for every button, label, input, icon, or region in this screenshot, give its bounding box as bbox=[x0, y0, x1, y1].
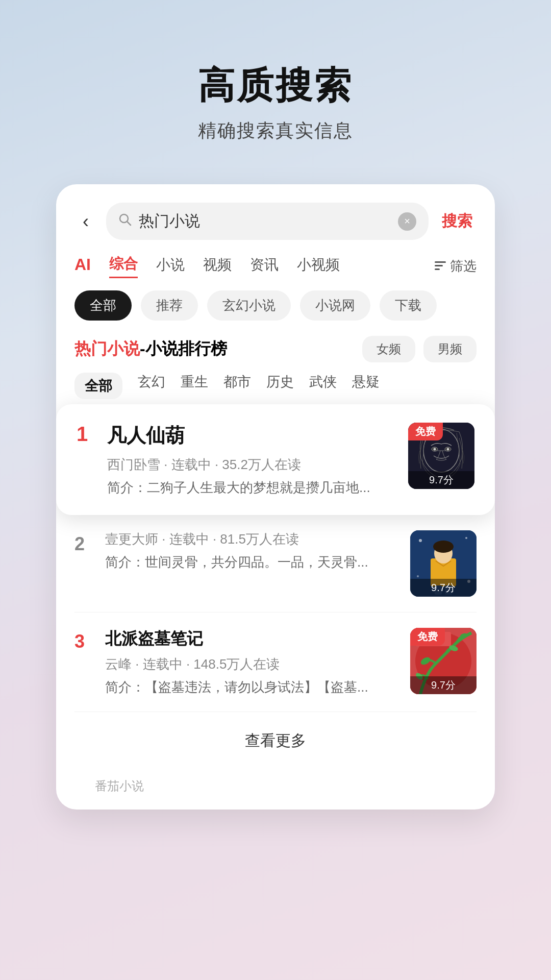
tab-novel[interactable]: 小说 bbox=[156, 255, 185, 278]
see-more-button[interactable]: 查看更多 bbox=[74, 712, 477, 770]
book-item-1[interactable]: 1 凡人仙葫 西门卧雪 · 连载中 · 35.2万人在读 简介：二狗子人生最大的… bbox=[56, 404, 495, 515]
book-info-2: 壹更大师 · 连载中 · 81.5万人在读 简介：世间灵骨，共分四品。一品，天灵… bbox=[105, 530, 398, 571]
book-meta-1: 西门卧雪 · 连载中 · 35.2万人在读 bbox=[107, 456, 396, 474]
search-query: 热门小说 bbox=[139, 211, 391, 232]
app-label: 番茄小说 bbox=[74, 770, 477, 810]
tabs-row: AI 综合 小说 视频 资讯 小视频 筛选 bbox=[74, 254, 477, 278]
male-freq-btn[interactable]: 男频 bbox=[423, 336, 477, 362]
genre-history[interactable]: 历史 bbox=[266, 373, 294, 399]
book-score-3: 9.7分 bbox=[410, 676, 477, 694]
search-box[interactable]: 热门小说 × bbox=[106, 203, 429, 240]
book-cover-1: 免费 9.7分 bbox=[408, 423, 474, 489]
tab-shortvideo[interactable]: 小视频 bbox=[297, 255, 340, 278]
gender-buttons: 女频 男频 bbox=[362, 336, 477, 362]
book-info-3: 北派盗墓笔记 云峰 · 连载中 · 148.5万人在读 简介：【盗墓违法，请勿以… bbox=[105, 628, 398, 696]
filter-label: 筛选 bbox=[450, 257, 477, 275]
page-subtitle: 精确搜索真实信息 bbox=[198, 118, 353, 143]
genre-rebirth[interactable]: 重生 bbox=[181, 373, 208, 399]
page-title: 高质搜索 bbox=[198, 61, 353, 110]
genre-city[interactable]: 都市 bbox=[223, 373, 251, 399]
search-button[interactable]: 搜索 bbox=[438, 211, 477, 232]
search-card: ‹ 热门小说 × 搜索 AI 综合 小说 视频 资讯 小视频 bbox=[56, 184, 495, 810]
book-title-1: 凡人仙葫 bbox=[107, 423, 396, 449]
book-info-1: 凡人仙葫 西门卧雪 · 连载中 · 35.2万人在读 简介：二狗子人生最大的梦想… bbox=[107, 423, 396, 497]
pill-download[interactable]: 下载 bbox=[380, 290, 437, 321]
pill-all[interactable]: 全部 bbox=[74, 290, 132, 321]
book-desc-2: 简介：世间灵骨，共分四品。一品，天灵骨... bbox=[105, 553, 398, 571]
filter-icon bbox=[435, 258, 446, 274]
book-badge-1: 免费 bbox=[408, 423, 443, 440]
filter-tab[interactable]: 筛选 bbox=[435, 257, 477, 275]
book-score-2: 9.7分 bbox=[410, 579, 477, 597]
back-button[interactable]: ‹ bbox=[74, 211, 97, 232]
svg-point-18 bbox=[419, 539, 422, 542]
book-rank-2: 2 bbox=[74, 530, 93, 555]
pills-row: 全部 推荐 玄幻小说 小说网 下载 bbox=[74, 290, 477, 321]
genre-row: 全部 玄幻 重生 都市 历史 武侠 悬疑 bbox=[74, 373, 477, 399]
section-header: 热门小说-小说排行榜 女频 男频 bbox=[74, 336, 477, 362]
tab-video[interactable]: 视频 bbox=[203, 255, 232, 278]
genre-all[interactable]: 全部 bbox=[74, 373, 122, 399]
female-freq-btn[interactable]: 女频 bbox=[362, 336, 415, 362]
book-cover-2: 9.7分 bbox=[410, 530, 477, 597]
book-meta-2: 壹更大师 · 连载中 · 81.5万人在读 bbox=[105, 530, 398, 548]
pill-novelnet[interactable]: 小说网 bbox=[300, 290, 370, 321]
section-title-highlight: 热门小说 bbox=[74, 339, 140, 358]
book-item-3[interactable]: 3 北派盗墓笔记 云峰 · 连载中 · 148.5万人在读 简介：【盗墓违法，请… bbox=[74, 612, 477, 712]
svg-point-10 bbox=[434, 448, 436, 451]
page-header: 高质搜索 精确搜索真实信息 bbox=[198, 61, 353, 143]
svg-line-1 bbox=[127, 222, 131, 225]
clear-button[interactable]: × bbox=[398, 212, 416, 231]
book-rank-1: 1 bbox=[77, 423, 95, 446]
pill-fantasy[interactable]: 玄幻小说 bbox=[207, 290, 291, 321]
svg-point-15 bbox=[433, 541, 454, 553]
books-list: 2 壹更大师 · 连载中 · 81.5万人在读 简介：世间灵骨，共分四品。一品，… bbox=[74, 515, 477, 712]
book-desc-1: 简介：二狗子人生最大的梦想就是攒几亩地... bbox=[107, 479, 396, 497]
section-title-suffix: -小说排行榜 bbox=[140, 339, 227, 358]
tab-ai[interactable]: AI bbox=[74, 255, 91, 277]
svg-point-19 bbox=[465, 537, 467, 539]
book-item-2[interactable]: 2 壹更大师 · 连载中 · 81.5万人在读 简介：世间灵骨，共分四品。一品，… bbox=[74, 515, 477, 612]
search-icon bbox=[118, 213, 132, 230]
genre-martial[interactable]: 武侠 bbox=[309, 373, 337, 399]
genre-mystery[interactable]: 悬疑 bbox=[352, 373, 380, 399]
svg-point-20 bbox=[417, 575, 419, 577]
search-row: ‹ 热门小说 × 搜索 bbox=[74, 203, 477, 240]
book-score-1: 9.7分 bbox=[408, 471, 474, 489]
book-cover-3: 盗墓 免费 9.7分 bbox=[410, 628, 477, 694]
svg-rect-2 bbox=[435, 261, 446, 263]
book-desc-3: 简介：【盗墓违法，请勿以身试法】【盗墓... bbox=[105, 678, 398, 696]
svg-point-11 bbox=[447, 448, 449, 451]
book-title-3: 北派盗墓笔记 bbox=[105, 628, 398, 650]
svg-rect-4 bbox=[435, 268, 440, 270]
book-badge-3: 免费 bbox=[410, 628, 445, 646]
genre-fantasy[interactable]: 玄幻 bbox=[138, 373, 165, 399]
tab-news[interactable]: 资讯 bbox=[250, 255, 279, 278]
section-title: 热门小说-小说排行榜 bbox=[74, 338, 227, 360]
book-meta-3: 云峰 · 连载中 · 148.5万人在读 bbox=[105, 655, 398, 673]
svg-rect-3 bbox=[435, 265, 443, 266]
book-rank-3: 3 bbox=[74, 628, 93, 652]
pill-recommend[interactable]: 推荐 bbox=[141, 290, 198, 321]
tab-comprehensive[interactable]: 综合 bbox=[109, 254, 138, 278]
